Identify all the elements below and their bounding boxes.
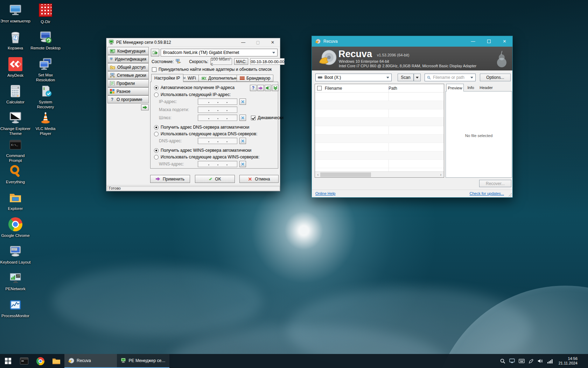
taskbar-task-pe-network[interactable]: PE Менеджер сети... xyxy=(117,354,169,368)
import-ip-button[interactable] xyxy=(265,85,271,91)
sidebar-item-network-drives[interactable]: Сетевые диски xyxy=(107,71,149,79)
help-button[interactable]: ? xyxy=(250,85,257,91)
dns-auto-radio[interactable] xyxy=(154,125,159,130)
desktop-icon-everything[interactable]: Everything xyxy=(0,164,31,184)
check-updates-link[interactable]: Check for updates... xyxy=(470,191,504,196)
tray-volume-icon[interactable] xyxy=(538,359,543,363)
dns-address-field[interactable] xyxy=(198,138,237,144)
desktop-icon-system-recovery[interactable]: System Recovery xyxy=(30,84,61,110)
apply-ip-button[interactable] xyxy=(257,85,264,91)
clear-gateway-button[interactable]: ✕ xyxy=(239,115,246,121)
clear-ip-button[interactable]: ✕ xyxy=(239,98,246,105)
wins-address-field[interactable] xyxy=(198,161,237,167)
desktop-icon-keyboard-layout[interactable]: Keyboard Layout xyxy=(0,244,31,265)
tray-pen-icon[interactable] xyxy=(528,359,534,364)
online-help-link[interactable]: Online Help xyxy=(315,191,335,196)
scroll-right-arrow[interactable]: › xyxy=(438,172,444,178)
desktop-icon-explorer[interactable]: Explorer xyxy=(0,190,31,211)
wins-manual-radio-row[interactable]: Использовать следующие адреса WINS-серве… xyxy=(154,155,259,159)
ip-address-field[interactable] xyxy=(198,98,237,105)
pe-maximize-button[interactable]: ▢ xyxy=(251,38,265,47)
options-button[interactable]: Options... xyxy=(480,74,511,81)
ip-auto-radio[interactable] xyxy=(154,86,159,90)
sidebar-item-identification[interactable]: Идентификация xyxy=(107,55,149,63)
desktop-icon-calculator[interactable]: 8 Calculator xyxy=(0,84,31,104)
tab-ip-settings[interactable]: Настройки IP xyxy=(151,74,183,82)
recuva-maximize-button[interactable] xyxy=(481,36,497,47)
adapter-select[interactable]: Broadcom NetLink (TM) Gigabit Ethernet xyxy=(161,49,278,56)
desktop-icon-command-prompt[interactable]: C:\_ Command Prompt xyxy=(0,137,31,163)
desktop-icon-anydesk[interactable]: AnyDesk xyxy=(0,57,31,78)
ip-auto-radio-row[interactable]: Автоматическое получение IP-адреса xyxy=(154,85,234,90)
subnet-mask-field[interactable] xyxy=(198,107,237,113)
pe-minimize-button[interactable]: — xyxy=(236,38,251,47)
sidebar-item-profiles[interactable]: Профили xyxy=(107,79,149,87)
taskbar-explorer-button[interactable] xyxy=(48,354,64,368)
sidebar-next-arrow-button[interactable] xyxy=(141,104,149,110)
horizontal-scrollbar[interactable]: ‹ › xyxy=(315,171,444,177)
ip-manual-radio-row[interactable]: Использовать следующий IP-адрес: xyxy=(154,92,231,97)
mac-label-button[interactable]: MAC: xyxy=(234,58,248,65)
clear-dns-button[interactable]: ✕ xyxy=(239,138,246,144)
recuva-titlebar[interactable]: Recuva — ✕ xyxy=(312,36,512,47)
clear-wins-button[interactable]: ✕ xyxy=(239,161,246,167)
tray-network-icon[interactable] xyxy=(547,359,553,363)
dynamic-checkbox[interactable] xyxy=(251,116,255,120)
wins-manual-radio[interactable] xyxy=(154,155,159,159)
desktop-icon-set-max-resolution[interactable]: Set Max Resolution xyxy=(30,57,61,83)
tab-header[interactable]: Header xyxy=(478,84,495,91)
force-find-adapters-row[interactable]: Принудительно найти новые адаптеры и обн… xyxy=(152,67,272,72)
pe-close-button[interactable]: ✕ xyxy=(265,38,280,47)
desktop-icon-recycle-bin[interactable]: Корзина xyxy=(0,30,31,50)
force-find-checkbox[interactable] xyxy=(152,67,156,72)
tab-preview[interactable]: Preview xyxy=(446,84,464,91)
scan-dropdown-button[interactable] xyxy=(414,74,421,81)
wins-auto-radio-row[interactable]: Получить адрес WINS-сервера автоматическ… xyxy=(154,148,251,153)
dns-manual-radio[interactable] xyxy=(154,132,159,136)
tray-keyboard-icon[interactable] xyxy=(519,359,525,363)
recuva-close-button[interactable]: ✕ xyxy=(497,36,512,47)
sidebar-item-about[interactable]: ?О программе xyxy=(107,95,149,103)
resize-grip[interactable] xyxy=(508,193,512,197)
gateway-field[interactable] xyxy=(198,115,237,121)
start-button[interactable] xyxy=(0,354,16,368)
select-all-checkbox[interactable] xyxy=(317,86,322,90)
adapter-refresh-button[interactable] xyxy=(151,49,159,56)
sidebar-item-configuration[interactable]: Конфигурация xyxy=(107,47,149,55)
column-header-filename[interactable]: Filename xyxy=(325,86,385,91)
taskbar-task-recuva[interactable]: Recuva xyxy=(64,354,117,368)
tray-display-icon[interactable] xyxy=(509,359,515,363)
desktop-icon-this-pc[interactable]: Этот компьютер xyxy=(0,3,31,23)
ok-button[interactable]: ✓OK xyxy=(195,175,235,183)
dns-manual-radio-row[interactable]: Использовать следующие адреса DNS-сервер… xyxy=(154,131,257,136)
desktop-icon-penetwork[interactable]: PENetwork xyxy=(0,271,31,291)
search-input[interactable]: Filename or path xyxy=(425,74,476,81)
file-list[interactable]: Filename Path ‹ › xyxy=(315,84,444,178)
tray-search-icon[interactable] xyxy=(500,359,505,364)
tab-firewall[interactable]: Брандмауэр xyxy=(237,75,273,82)
desktop-icon-remote-desktop[interactable]: Remote Desktop xyxy=(30,30,61,50)
desktop-icon-qdir[interactable]: Q-Dir xyxy=(30,3,61,24)
apply-button[interactable]: Применить xyxy=(150,175,190,183)
scan-button[interactable]: Scan xyxy=(398,74,414,81)
taskbar-terminal-button[interactable] xyxy=(16,354,32,368)
wins-auto-radio[interactable] xyxy=(154,148,159,153)
sidebar-item-misc[interactable]: Разное xyxy=(107,87,149,95)
pe-titlebar[interactable]: PE Менеджер сети 0.59.B12 — ▢ ✕ xyxy=(106,38,280,47)
desktop-icon-google-chrome[interactable]: Google Chrome xyxy=(0,217,31,238)
drive-select[interactable]: Boot (X:) xyxy=(315,74,392,81)
recuva-minimize-button[interactable]: — xyxy=(465,36,481,47)
tab-advanced[interactable]: Дополнительно xyxy=(198,75,241,82)
desktop-icon-change-explorer-theme[interactable]: Change Explorer Theme xyxy=(0,110,31,136)
taskbar-clock[interactable]: 14:56 21.11.2024 xyxy=(556,356,580,366)
ip-manual-radio[interactable] xyxy=(154,93,159,97)
tab-info[interactable]: Info xyxy=(464,84,477,91)
desktop-icon-vlc[interactable]: VLC Media Player xyxy=(30,110,61,136)
sidebar-item-sharing[interactable]: Общий доступ xyxy=(107,63,149,71)
desktop-icon-process-monitor[interactable]: ProcessMonitor xyxy=(0,298,31,318)
dns-auto-radio-row[interactable]: Получить адрес DNS-сервера автоматически xyxy=(154,125,249,130)
taskbar-chrome-button[interactable] xyxy=(32,354,48,368)
scrollbar-thumb[interactable] xyxy=(320,172,371,177)
recover-button[interactable]: Recover... xyxy=(479,180,511,187)
expand-down-button[interactable] xyxy=(272,85,279,91)
